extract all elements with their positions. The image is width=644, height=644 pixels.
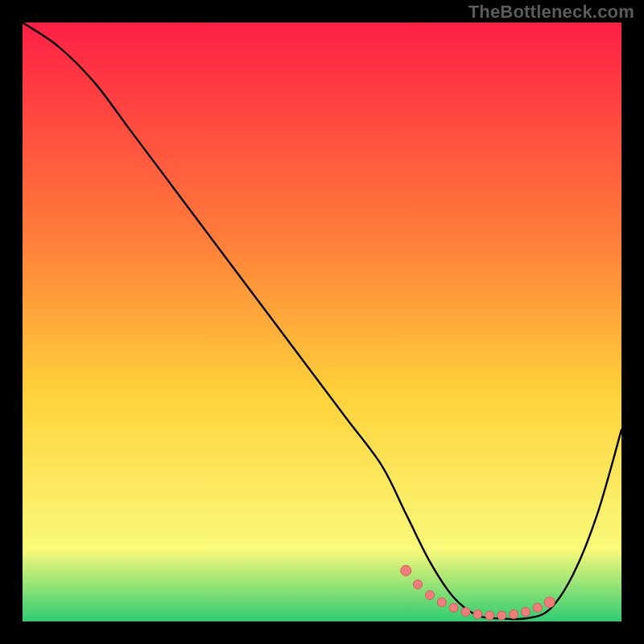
- marker-point: [544, 597, 555, 608]
- marker-point: [461, 608, 470, 617]
- gradient-background: [23, 23, 621, 621]
- marker-point: [510, 610, 518, 619]
- chart-frame: TheBottleneck.com: [0, 0, 644, 644]
- marker-point: [497, 611, 506, 620]
- marker-point: [473, 610, 482, 619]
- marker-point: [425, 591, 434, 600]
- marker-point: [522, 608, 530, 617]
- marker-point: [414, 580, 423, 588]
- marker-point: [437, 598, 446, 607]
- plot-area: [23, 23, 621, 621]
- marker-point: [485, 611, 494, 620]
- marker-point: [533, 603, 542, 612]
- marker-point: [449, 603, 458, 612]
- chart-svg: [23, 23, 621, 621]
- watermark-text: TheBottleneck.com: [469, 2, 634, 23]
- marker-point: [401, 565, 411, 576]
